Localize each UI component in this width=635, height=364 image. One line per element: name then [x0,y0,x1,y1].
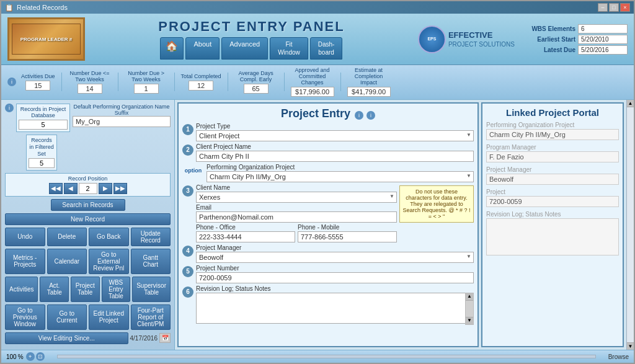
tab-dashboard[interactable]: Dash- board [310,37,343,60]
table-actions: Activities Act. Table Project Table WBS … [5,277,171,302]
act-table-button[interactable]: Act. Table [40,277,69,302]
row-num-4: 4 [182,246,193,257]
record-actions: New Record [5,213,171,225]
supervisor-button[interactable]: Supervisor Table [132,277,171,302]
search-button[interactable]: Search in Records [51,199,125,211]
form-row-6: 6 Revision Log; Status Notes ▲ ▼ [182,285,474,342]
latest-due-value: 5/20/2016 [578,45,628,55]
edit-linked-button[interactable]: Edit Linked Project [89,304,129,330]
titlebar-controls[interactable]: – □ × [598,3,630,12]
project-type-select[interactable]: Client Project [196,130,474,141]
tab-fit-window[interactable]: Fit Window [270,37,308,60]
go-prev-button[interactable]: Go to Previous Window [5,304,45,330]
titlebar-left: 📋 Related Records [5,4,68,12]
status-text: Browse [608,353,629,360]
undo-button[interactable]: Undo [5,228,45,246]
metrics-button[interactable]: Metrics - Projects [5,249,45,274]
form-row-2: 2 Client Project Name [182,143,474,162]
program-leader-label: PROGRAM LEADER # [20,37,73,42]
maximize-button[interactable]: □ [609,3,619,12]
calendar-picker-button[interactable]: 📅 [159,333,171,343]
close-button[interactable]: × [620,3,630,12]
go-back-button[interactable]: Go Back [89,228,129,246]
scrollbar[interactable]: ▲ ▼ [626,100,634,350]
row-num-1: 1 [182,124,193,135]
tab-home[interactable]: 🏠 [160,37,184,60]
zoom-fit-button[interactable]: ⊡ [36,352,45,361]
bottom-left: 100 % + ⊡ [6,352,45,361]
default-org-input[interactable] [73,116,171,127]
new-record-button[interactable]: New Record [5,213,171,225]
zoom-increase-button[interactable]: + [26,352,35,361]
nav-next-button[interactable]: ▶ [99,183,112,194]
form-row-3: 3 Client Name Xerxes Email [182,184,474,242]
editing-date: 4/17/2016 [130,335,158,342]
latest-due-label: Latest Due [520,47,575,53]
record-pos-input[interactable] [79,183,97,194]
external-review-button[interactable]: Go to External Review Pnl [89,249,129,274]
portal-program-manager: Program Manager [486,144,619,162]
linked-portal-panel: Linked Project Portal Performing Organiz… [481,102,624,347]
textarea-scroll-up[interactable]: ▲ [466,293,473,301]
nav-first-button[interactable]: ◀◀ [49,183,63,194]
portal-revision-log: Revision Log; Status Notes [486,211,619,342]
progress-bar [57,355,596,358]
client-name-input[interactable] [196,151,474,162]
main-window: 📋 Related Records – □ × PROGRAM LEADER #… [0,0,635,364]
nav-last-button[interactable]: ▶▶ [113,183,127,194]
calendar-button[interactable]: Calendar [47,249,87,274]
project-table-button[interactable]: Project Table [71,277,100,302]
left-sidebar: i Records in Project Database 5 Default … [1,100,175,350]
four-part-button[interactable]: Four-Part Report of Client/PM [131,304,171,330]
gantt-button[interactable]: Gantt Chart [131,249,171,274]
project-manager-select[interactable]: Beowolf [196,252,474,263]
wbs-value: 6 [578,24,628,33]
window-actions: Go to Previous Window Go to Current Edit… [5,304,171,330]
project-number-input[interactable] [196,272,474,283]
revision-log-textarea[interactable] [196,293,474,324]
titlebar: 📋 Related Records – □ × [1,1,634,14]
record-position-box: Record Position ◀◀ ◀ ▶ ▶▶ [5,173,171,197]
window-title: Related Records [17,4,68,11]
textarea-scroll-down[interactable]: ▼ [466,317,473,324]
minimize-button[interactable]: – [598,3,608,12]
window-icon: 📋 [5,4,14,12]
stat-estimate-completion: Estimate at Completion Impact $41,799.00 [347,68,391,97]
phone-mobile-input[interactable] [298,231,397,242]
tab-about[interactable]: About [185,37,220,60]
performing-org-select[interactable]: Charm City Ph II/My_Org [206,171,474,182]
form-row-1: 1 Project Type Client Project [182,123,474,141]
row-num-5: 5 [182,266,193,277]
activities-button[interactable]: Activities [5,277,38,302]
project-entry-title: Project Entry [281,107,350,120]
nav-prev-button[interactable]: ◀ [64,183,78,194]
portal-program-manager-input [486,151,619,162]
wbs-entry-button[interactable]: WBS Entry Table [102,277,131,302]
header-info: WBS Elements 6 Earliest Start 5/20/2010 … [520,24,628,55]
tab-advanced[interactable]: Advanced [221,37,268,60]
sidebar-info-icon[interactable]: i [5,104,14,112]
main-panel: Project Entry i i 1 Project Type Client … [175,100,626,350]
stat-total-completed: Total Completed 12 [181,74,221,91]
project-entry-panel: Project Entry i i 1 Project Type Client … [177,102,479,347]
scroll-up-button[interactable]: ▲ [627,100,634,107]
entry-info-icon-2[interactable]: i [366,111,375,120]
entry-info-icon-1[interactable]: i [355,111,363,120]
linked-portal-title: Linked Project Portal [486,107,619,118]
form-row-perf-org: option Performing Organization Project C… [182,164,474,182]
phone-office-input[interactable] [196,231,295,242]
client-select[interactable]: Xerxes [196,192,397,203]
go-current-button[interactable]: Go to Current [47,304,87,330]
stats-info-icon[interactable]: i [7,78,16,86]
delete-button[interactable]: Delete [47,228,87,246]
stat-due-two-weeks-lte: Number Due <= Two Weeks 14 [68,71,112,94]
update-record-button[interactable]: Update Record [131,228,171,246]
view-editing-button[interactable]: View Editing Since... [5,332,128,344]
email-input[interactable] [196,211,397,223]
stat-activities-due: Activities Due 15 [21,74,55,91]
app-title: PROJECT ENTRY PANEL [158,19,344,35]
metrics-actions: Metrics - Projects Calendar Go to Extern… [5,249,171,274]
edit-actions: Undo Delete Go Back Update Record [5,228,171,246]
header: PROGRAM LEADER # PROJECT ENTRY PANEL 🏠 A… [1,14,634,65]
scroll-down-button[interactable]: ▼ [627,342,634,350]
